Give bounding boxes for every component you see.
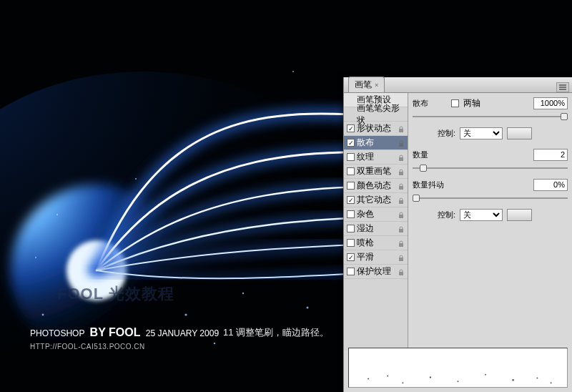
credit-url: HTTP://FOOL-CAI513.POCO.CN <box>30 343 145 351</box>
control2-label: 控制: <box>413 210 455 220</box>
svg-point-29 <box>512 379 514 381</box>
svg-point-27 <box>458 381 459 382</box>
option-checkbox[interactable] <box>347 167 355 175</box>
option-checkbox[interactable] <box>347 210 355 218</box>
option-row-6[interactable]: 杂色 <box>344 207 408 222</box>
credit-by: BY FOOL <box>90 326 141 338</box>
option-checkbox[interactable] <box>347 268 355 275</box>
svg-rect-22 <box>399 272 403 275</box>
lock-icon[interactable] <box>398 211 405 218</box>
svg-point-5 <box>135 178 137 180</box>
option-label: 保护纹理 <box>357 265 391 278</box>
svg-point-23 <box>368 378 369 379</box>
svg-rect-18 <box>399 215 403 218</box>
option-checkbox[interactable] <box>347 239 355 247</box>
option-row-2[interactable]: 纹理 <box>344 150 408 165</box>
tab-label: 画笔 <box>355 79 372 91</box>
option-row-1[interactable]: 散布 <box>344 136 408 150</box>
svg-point-26 <box>430 376 431 378</box>
lock-icon[interactable] <box>398 168 405 175</box>
option-label: 颜色动态 <box>357 180 391 192</box>
option-label: 喷枪 <box>357 237 374 249</box>
count-input[interactable] <box>533 149 568 161</box>
option-row-4[interactable]: 颜色动态 <box>344 179 408 193</box>
option-row-7[interactable]: 湿边 <box>344 222 408 236</box>
svg-point-31 <box>551 382 552 383</box>
svg-point-28 <box>485 374 486 376</box>
option-checkbox[interactable] <box>347 139 355 147</box>
option-checkbox[interactable] <box>347 196 355 204</box>
option-row-8[interactable]: 喷枪 <box>344 236 408 250</box>
both-axes-checkbox[interactable] <box>451 99 459 107</box>
svg-point-10 <box>35 257 36 258</box>
brush-preview <box>348 348 568 388</box>
control1-button[interactable] <box>507 127 532 139</box>
option-checkbox[interactable] <box>347 182 355 190</box>
svg-point-6 <box>184 313 187 315</box>
svg-rect-19 <box>399 229 403 232</box>
svg-rect-15 <box>399 172 403 175</box>
lock-icon[interactable] <box>398 125 405 132</box>
option-label: 纹理 <box>357 151 374 163</box>
count-jitter-slider[interactable] <box>413 193 568 203</box>
svg-rect-21 <box>399 258 403 261</box>
option-row-9[interactable]: 平滑 <box>344 250 408 265</box>
lock-icon[interactable] <box>398 182 405 190</box>
svg-point-25 <box>402 382 403 383</box>
close-icon[interactable]: × <box>375 82 378 89</box>
count-slider[interactable] <box>413 163 568 173</box>
panel-tabbar: 画笔 × <box>344 77 572 93</box>
control1-select[interactable]: 关 <box>460 127 503 139</box>
option-label: 其它动态 <box>357 194 391 206</box>
caption-text: 11 调整笔刷，瞄边路径。 <box>223 326 329 339</box>
scatter-settings: 散布 两轴 控制: 关 数量 数量抖动 <box>408 93 572 351</box>
scatter-slider[interactable] <box>413 112 568 122</box>
tab-brushes[interactable]: 画笔 × <box>348 77 385 92</box>
option-checkbox[interactable] <box>347 124 355 132</box>
option-row-5[interactable]: 其它动态 <box>344 193 408 207</box>
svg-point-8 <box>292 71 294 72</box>
option-label: 形状动态 <box>357 122 391 134</box>
lock-icon[interactable] <box>398 254 405 261</box>
count-jitter-input[interactable] <box>533 179 568 191</box>
svg-point-9 <box>307 307 309 309</box>
count-label: 数量 <box>413 150 428 160</box>
menu-icon <box>559 84 566 90</box>
svg-rect-12 <box>399 129 403 132</box>
count-jitter-label: 数量抖动 <box>413 180 444 190</box>
credit-line: PHOTOSHOP BY FOOL 25 JANUARY 2009 <box>30 326 219 339</box>
option-checkbox[interactable] <box>347 153 355 161</box>
svg-point-7 <box>242 293 244 294</box>
svg-rect-13 <box>399 143 403 147</box>
option-label: 散布 <box>357 137 374 149</box>
control2-button[interactable] <box>507 209 532 221</box>
lock-icon[interactable] <box>398 268 405 275</box>
both-axes-label: 两轴 <box>463 97 480 109</box>
brush-tip-shape-row[interactable]: 画笔笔尖形状 <box>344 107 408 122</box>
svg-point-30 <box>536 378 538 379</box>
svg-rect-17 <box>399 200 403 204</box>
option-checkbox[interactable] <box>347 253 355 261</box>
svg-point-11 <box>214 343 215 344</box>
credit-pre: PHOTOSHOP <box>30 328 84 338</box>
option-label: 双重画笔 <box>357 165 391 177</box>
lock-icon[interactable] <box>398 154 405 161</box>
option-label: 湿边 <box>357 222 374 235</box>
credit-date: 25 JANUARY 2009 <box>146 328 219 338</box>
option-label: 杂色 <box>357 208 374 220</box>
option-row-10[interactable]: 保护纹理 <box>344 265 408 279</box>
option-checkbox[interactable] <box>347 225 355 232</box>
scatter-label: 散布 <box>413 98 428 109</box>
control2-select[interactable]: 关 <box>460 209 503 221</box>
lock-icon[interactable] <box>398 225 405 232</box>
svg-point-24 <box>387 376 388 377</box>
lock-icon[interactable] <box>398 240 405 247</box>
lock-icon[interactable] <box>398 139 405 147</box>
option-label: 平滑 <box>357 251 374 263</box>
lock-icon[interactable] <box>398 197 405 204</box>
svg-point-4 <box>42 314 44 316</box>
scatter-value-input[interactable] <box>533 97 568 109</box>
svg-rect-14 <box>399 157 403 161</box>
panel-menu-button[interactable] <box>556 82 569 92</box>
option-row-3[interactable]: 双重画笔 <box>344 165 408 179</box>
